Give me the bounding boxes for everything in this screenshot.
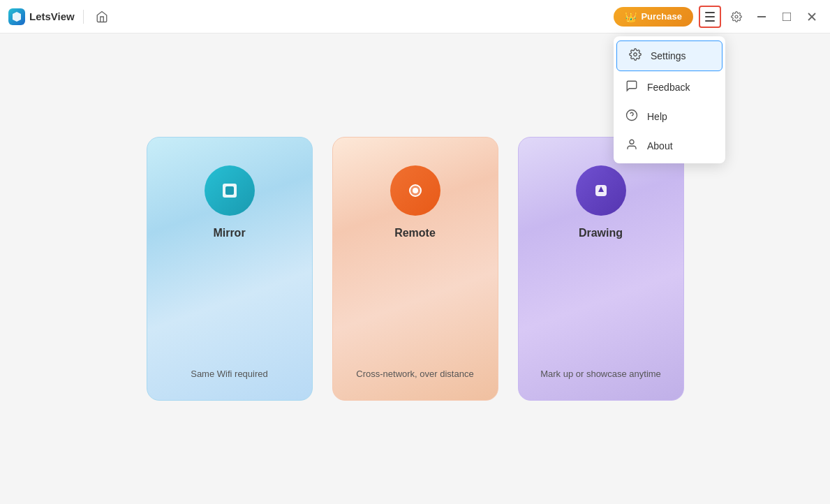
svg-point-12	[634, 53, 637, 57]
mirror-icon	[205, 165, 255, 216]
remote-title: Remote	[394, 227, 436, 239]
app-name: LetsView	[29, 10, 75, 22]
help-menu-item[interactable]: Help	[614, 102, 725, 131]
remote-icon	[390, 165, 440, 216]
cards-container: Mirror Same Wifi required Remote Cross-n…	[147, 137, 684, 401]
remote-card-top: Remote	[390, 165, 440, 239]
svg-point-9	[413, 188, 418, 193]
help-label: Help	[647, 111, 667, 122]
app-logo: LetsView	[8, 8, 75, 25]
remote-card[interactable]: Remote Cross-network, over distance	[332, 137, 498, 401]
feedback-menu-item[interactable]: Feedback	[614, 73, 725, 102]
crown-icon: 👑	[625, 11, 637, 22]
settings-menu-icon	[628, 48, 642, 64]
titlebar-divider	[83, 10, 84, 24]
drawing-title: Drawing	[579, 227, 623, 239]
mirror-card[interactable]: Mirror Same Wifi required	[147, 137, 313, 401]
remote-description: Cross-network, over distance	[356, 369, 473, 379]
about-menu-icon	[625, 138, 639, 154]
menu-button[interactable]	[699, 6, 721, 28]
settings-label: Settings	[651, 50, 686, 61]
about-menu-item[interactable]: About	[614, 131, 725, 161]
feedback-menu-icon	[625, 80, 639, 95]
purchase-label: Purchase	[641, 11, 682, 22]
svg-point-1	[735, 15, 738, 18]
about-label: About	[647, 140, 673, 151]
svg-point-15	[630, 140, 634, 144]
help-menu-icon	[625, 109, 639, 124]
drawing-card-top: Drawing	[576, 165, 626, 239]
dropdown-menu: Settings Feedback Help About	[614, 36, 725, 163]
feedback-label: Feedback	[647, 82, 690, 93]
hamburger-icon	[705, 12, 715, 22]
svg-rect-3	[783, 13, 791, 21]
mirror-description: Same Wifi required	[191, 369, 268, 379]
close-button[interactable]	[802, 7, 822, 27]
svg-rect-2	[757, 16, 766, 17]
home-button[interactable]	[92, 7, 112, 27]
settings-button[interactable]	[727, 7, 746, 27]
svg-rect-7	[225, 186, 234, 195]
drawing-card[interactable]: Drawing Mark up or showcase anytime	[518, 137, 684, 401]
drawing-description: Mark up or showcase anytime	[540, 369, 661, 379]
purchase-button[interactable]: 👑 Purchase	[614, 7, 693, 27]
svg-point-13	[627, 110, 637, 121]
titlebar: LetsView 👑 Purchase	[0, 0, 830, 34]
logo-icon	[8, 8, 25, 25]
mirror-card-top: Mirror	[205, 165, 255, 239]
maximize-button[interactable]	[777, 7, 796, 27]
drawing-icon	[576, 165, 626, 216]
window-controls	[727, 7, 822, 27]
mirror-title: Mirror	[213, 227, 245, 239]
settings-menu-item[interactable]: Settings	[616, 40, 722, 71]
minimize-button[interactable]	[752, 7, 771, 27]
